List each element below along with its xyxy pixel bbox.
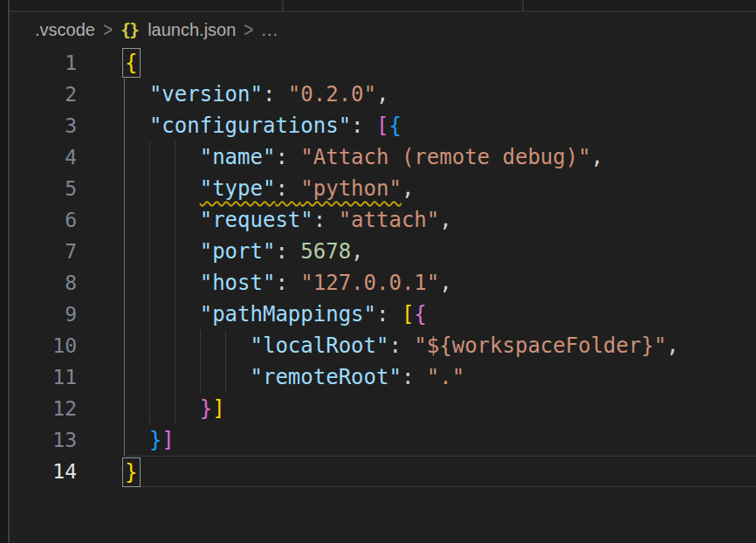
code-token: ]	[162, 428, 174, 452]
indent-guide	[175, 267, 175, 299]
code-token: "0.2.0"	[288, 82, 376, 107]
code-line-content[interactable]: "pathMappings": [{	[124, 299, 756, 330]
code-token: :	[263, 82, 288, 107]
code-line-content[interactable]: "request": "attach",	[124, 204, 756, 236]
panel-edge-rail	[0, 0, 10, 543]
code-token: :	[402, 365, 427, 389]
line-number: 9	[10, 299, 124, 330]
code-token: "host"	[200, 271, 276, 295]
code-line-content[interactable]: "version": "0.2.0",	[124, 79, 756, 110]
tab-separator	[282, 0, 284, 10]
indent-guide	[175, 204, 175, 236]
code-token: ,	[402, 176, 414, 201]
code-token: ,	[591, 145, 603, 169]
code-token: :	[313, 208, 339, 232]
code-token: "Attach (remote debug)"	[300, 145, 590, 169]
code-line-content[interactable]: "localRoot": "${workspaceFolder}",	[124, 330, 756, 361]
indent-guide	[149, 361, 150, 393]
code-line: 10"localRoot": "${workspaceFolder}",	[10, 330, 756, 361]
code-line: 12}]	[10, 393, 756, 424]
line-number: 11	[10, 361, 124, 393]
line-number: 3	[10, 110, 124, 141]
indent-guide	[200, 361, 201, 393]
code-line-content[interactable]: }]	[124, 424, 756, 456]
code-line: 14}	[10, 456, 756, 487]
code-editor[interactable]: 1{2"version": "0.2.0",3"configurations":…	[10, 47, 756, 487]
code-token: "version"	[149, 82, 263, 107]
code-token: ]	[212, 396, 224, 421]
code-line: 1{	[10, 47, 756, 79]
code-line: 7"port": 5678,	[10, 236, 756, 267]
line-number: 2	[10, 79, 124, 110]
code-line: 6"request": "attach",	[10, 204, 756, 236]
code-line-content[interactable]: {	[124, 47, 756, 79]
indent-guide	[149, 330, 150, 361]
breadcrumb: .vscode > {} launch.json > ...	[10, 12, 756, 47]
line-number: 10	[10, 330, 124, 361]
line-number: 14	[10, 456, 124, 487]
indent-guide	[175, 330, 175, 361]
indent-guide	[225, 361, 226, 393]
indent-guide	[149, 267, 150, 299]
code-line: 3"configurations": [{	[10, 110, 756, 141]
code-token: 5678	[300, 239, 351, 264]
active-indent-guide	[124, 173, 125, 204]
code-line-content[interactable]: "configurations": [{	[124, 110, 756, 141]
breadcrumb-item-vscode[interactable]: .vscode	[35, 20, 95, 40]
line-number: 5	[10, 173, 124, 204]
code-line-content[interactable]: }	[124, 456, 756, 487]
active-indent-guide	[124, 236, 125, 267]
code-token: :	[275, 239, 300, 264]
code-token: "localRoot"	[250, 333, 388, 358]
active-indent-guide	[124, 141, 125, 173]
indent-guide	[200, 330, 201, 361]
code-token: }	[149, 428, 162, 452]
code-token: ,	[351, 239, 363, 264]
code-line-content[interactable]: }]	[124, 393, 756, 424]
code-token: }	[200, 396, 212, 421]
breadcrumb-item-symbol-path[interactable]: ...	[261, 20, 278, 40]
code-token: {	[414, 302, 426, 326]
indent-guide	[225, 330, 226, 361]
code-token: [	[402, 302, 414, 326]
code-token: :	[275, 176, 300, 201]
breadcrumb-item-launch-json[interactable]: launch.json	[148, 20, 236, 40]
line-number: 4	[10, 141, 124, 173]
active-indent-guide	[124, 267, 125, 299]
line-number: 8	[10, 267, 124, 299]
chevron-right-icon: >	[244, 17, 253, 42]
code-token: {	[388, 113, 401, 138]
code-line-content[interactable]: "host": "127.0.0.1",	[124, 267, 756, 299]
code-line: 4"name": "Attach (remote debug)",	[10, 141, 756, 173]
code-token: ,	[439, 208, 451, 232]
code-line-content[interactable]: "type": "python",	[124, 173, 756, 204]
code-line-content[interactable]: "remoteRoot": "."	[124, 361, 756, 393]
code-token: :	[376, 302, 402, 326]
code-token: ,	[376, 82, 388, 107]
active-indent-guide	[124, 424, 125, 456]
indent-guide	[149, 204, 150, 236]
active-indent-guide	[124, 361, 125, 393]
active-indent-guide	[124, 204, 125, 236]
line-number: 12	[10, 393, 124, 424]
line-number: 1	[10, 47, 124, 79]
active-indent-guide	[124, 330, 125, 361]
indent-guide	[175, 141, 175, 173]
json-braces-icon: {}	[120, 19, 138, 40]
indent-guide	[149, 236, 150, 267]
code-token: "python"	[300, 176, 402, 201]
code-line: 2"version": "0.2.0",	[10, 79, 756, 110]
active-indent-guide	[124, 299, 125, 330]
code-token: "configurations"	[149, 113, 351, 138]
line-number: 6	[10, 204, 124, 236]
indent-guide	[175, 236, 175, 267]
code-token: :	[388, 333, 414, 358]
code-line-content[interactable]: "port": 5678,	[124, 236, 756, 267]
active-indent-guide	[124, 79, 125, 110]
code-token: "type"	[200, 176, 276, 201]
code-line: 11"remoteRoot": "."	[10, 361, 756, 393]
code-token: "${workspaceFolder}"	[414, 333, 666, 358]
tab-separator	[522, 0, 524, 10]
code-line-content[interactable]: "name": "Attach (remote debug)",	[124, 141, 756, 173]
indent-guide	[175, 299, 175, 330]
